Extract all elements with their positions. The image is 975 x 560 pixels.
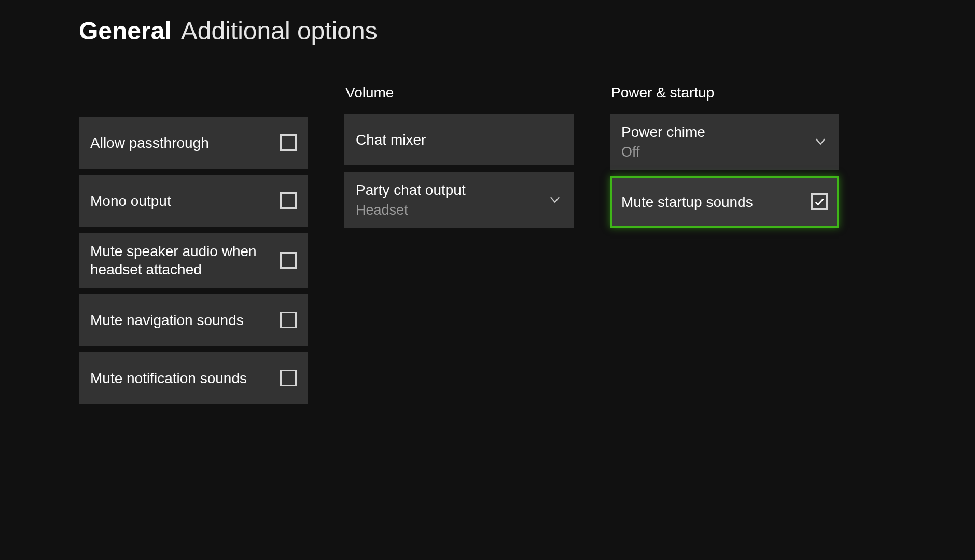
tile-label: Mono output: [90, 192, 273, 210]
tile-value: Headset: [356, 202, 540, 218]
volume-title: Volume: [344, 85, 574, 101]
tile-label: Power chime: [621, 123, 806, 141]
chevron-down-icon: [548, 192, 562, 207]
mute-notification-sounds-toggle[interactable]: Mute notification sounds: [79, 352, 308, 404]
volume-column: Volume Chat mixer Party chat output Head…: [344, 85, 574, 234]
mute-navigation-sounds-toggle[interactable]: Mute navigation sounds: [79, 294, 308, 346]
checkbox-icon: [280, 370, 297, 386]
chat-mixer-button[interactable]: Chat mixer: [344, 114, 574, 165]
tile-value: Off: [621, 144, 806, 160]
tile-text: Mute startup sounds: [621, 193, 811, 211]
tile-text: Power chime Off: [621, 123, 813, 160]
tile-text: Chat mixer: [356, 131, 562, 149]
tile-label: Mute speaker audio when headset attached: [90, 242, 273, 278]
tile-label: Chat mixer: [356, 131, 555, 149]
tile-text: Allow passthrough: [90, 134, 280, 152]
header-category: General: [79, 17, 172, 45]
power-startup-column: Power & startup Power chime Off Mute sta…: [610, 85, 839, 234]
mute-startup-sounds-toggle[interactable]: Mute startup sounds: [610, 176, 839, 228]
mute-speaker-headset-toggle[interactable]: Mute speaker audio when headset attached: [79, 233, 308, 288]
content-area: Allow passthrough Mono output Mute speak…: [0, 45, 975, 410]
tile-label: Mute navigation sounds: [90, 311, 273, 329]
checkbox-icon: [280, 252, 297, 269]
tile-label: Allow passthrough: [90, 134, 273, 152]
tile-text: Mute notification sounds: [90, 369, 280, 387]
tile-label: Party chat output: [356, 181, 540, 199]
tile-label: Mute startup sounds: [621, 193, 804, 211]
header-page: Additional options: [181, 17, 378, 45]
tile-text: Mute speaker audio when headset attached: [90, 242, 280, 278]
power-chime-select[interactable]: Power chime Off: [610, 114, 839, 170]
mono-output-toggle[interactable]: Mono output: [79, 175, 308, 227]
tile-text: Mono output: [90, 192, 280, 210]
tile-text: Party chat output Headset: [356, 181, 548, 218]
page-header: General Additional options: [0, 0, 975, 45]
power-startup-title: Power & startup: [610, 85, 839, 101]
checkbox-icon: [280, 312, 297, 328]
general-options-column: Allow passthrough Mono output Mute speak…: [79, 117, 308, 410]
checkbox-icon: [280, 134, 297, 151]
allow-passthrough-toggle[interactable]: Allow passthrough: [79, 117, 308, 169]
tile-text: Mute navigation sounds: [90, 311, 280, 329]
checkbox-icon: [811, 193, 828, 210]
party-chat-output-select[interactable]: Party chat output Headset: [344, 172, 574, 228]
checkbox-icon: [280, 192, 297, 209]
chevron-down-icon: [813, 134, 828, 149]
tile-label: Mute notification sounds: [90, 369, 273, 387]
